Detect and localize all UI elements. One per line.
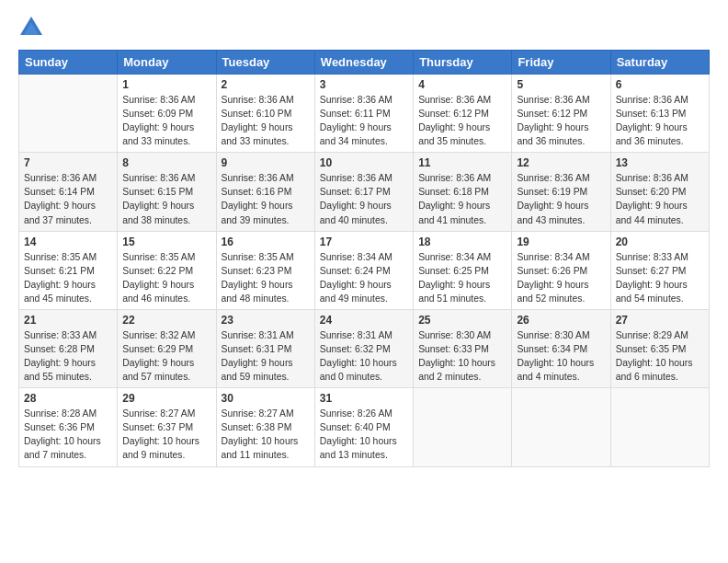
day-info: Sunrise: 8:30 AM Sunset: 6:34 PM Dayligh… [517,328,605,384]
day-number: 9 [222,156,310,169]
day-number: 14 [24,236,112,248]
day-info: Sunrise: 8:27 AM Sunset: 6:37 PM Dayligh… [122,407,210,462]
logo [18,15,48,40]
day-number: 13 [616,156,704,169]
calendar-cell: 4Sunrise: 8:36 AM Sunset: 6:12 PM Daylig… [414,75,512,153]
day-info: Sunrise: 8:36 AM Sunset: 6:20 PM Dayligh… [616,171,704,226]
day-number: 12 [517,156,605,169]
day-number: 30 [222,392,310,405]
weekday-header-tuesday: Tuesday [216,51,314,75]
calendar-cell: 30Sunrise: 8:27 AM Sunset: 6:38 PM Dayli… [216,388,314,466]
day-info: Sunrise: 8:33 AM Sunset: 6:28 PM Dayligh… [24,328,112,384]
day-number: 18 [418,236,506,248]
day-info: Sunrise: 8:36 AM Sunset: 6:12 PM Dayligh… [418,93,506,148]
day-number: 2 [222,78,310,91]
day-info: Sunrise: 8:26 AM Sunset: 6:40 PM Dayligh… [320,407,408,462]
calendar-cell: 29Sunrise: 8:27 AM Sunset: 6:37 PM Dayli… [118,388,216,466]
calendar-cell: 24Sunrise: 8:31 AM Sunset: 6:32 PM Dayli… [314,309,413,387]
day-number: 4 [418,78,506,91]
weekday-header-friday: Friday [512,51,610,75]
day-number: 22 [122,314,210,327]
calendar-cell: 6Sunrise: 8:36 AM Sunset: 6:13 PM Daylig… [610,75,709,153]
day-info: Sunrise: 8:34 AM Sunset: 6:26 PM Dayligh… [517,250,605,305]
page: SundayMondayTuesdayWednesdayThursdayFrid… [0,0,728,477]
day-info: Sunrise: 8:31 AM Sunset: 6:32 PM Dayligh… [320,328,408,384]
day-number: 7 [24,156,112,169]
day-info: Sunrise: 8:36 AM Sunset: 6:10 PM Dayligh… [222,93,310,148]
calendar-cell: 3Sunrise: 8:36 AM Sunset: 6:11 PM Daylig… [314,75,413,153]
day-number: 10 [320,156,408,169]
week-row-4: 28Sunrise: 8:28 AM Sunset: 6:36 PM Dayli… [19,388,710,466]
day-number: 24 [320,314,408,327]
calendar-cell: 26Sunrise: 8:30 AM Sunset: 6:34 PM Dayli… [512,309,610,387]
weekday-header-sunday: Sunday [19,51,118,75]
day-number: 23 [222,314,310,327]
day-info: Sunrise: 8:30 AM Sunset: 6:33 PM Dayligh… [418,328,506,384]
day-info: Sunrise: 8:35 AM Sunset: 6:23 PM Dayligh… [222,250,310,305]
week-row-1: 7Sunrise: 8:36 AM Sunset: 6:14 PM Daylig… [19,153,710,231]
day-number: 16 [222,236,310,248]
day-number: 3 [320,78,408,91]
calendar-cell: 7Sunrise: 8:36 AM Sunset: 6:14 PM Daylig… [19,153,118,231]
calendar-cell: 14Sunrise: 8:35 AM Sunset: 6:21 PM Dayli… [19,231,118,309]
calendar-cell: 20Sunrise: 8:33 AM Sunset: 6:27 PM Dayli… [610,231,709,309]
calendar-cell: 2Sunrise: 8:36 AM Sunset: 6:10 PM Daylig… [216,75,314,153]
day-info: Sunrise: 8:36 AM Sunset: 6:19 PM Dayligh… [517,171,605,226]
calendar-cell: 9Sunrise: 8:36 AM Sunset: 6:16 PM Daylig… [216,153,314,231]
day-number: 17 [320,236,408,248]
day-info: Sunrise: 8:34 AM Sunset: 6:25 PM Dayligh… [418,250,506,305]
calendar-cell: 10Sunrise: 8:36 AM Sunset: 6:17 PM Dayli… [314,153,413,231]
calendar-cell: 21Sunrise: 8:33 AM Sunset: 6:28 PM Dayli… [19,309,118,387]
header [18,15,710,40]
day-info: Sunrise: 8:36 AM Sunset: 6:17 PM Dayligh… [320,171,408,226]
calendar-cell: 1Sunrise: 8:36 AM Sunset: 6:09 PM Daylig… [118,75,216,153]
calendar-table: SundayMondayTuesdayWednesdayThursdayFrid… [18,50,710,467]
day-info: Sunrise: 8:36 AM Sunset: 6:12 PM Dayligh… [517,93,605,148]
calendar-cell: 18Sunrise: 8:34 AM Sunset: 6:25 PM Dayli… [414,231,512,309]
calendar-cell: 23Sunrise: 8:31 AM Sunset: 6:31 PM Dayli… [216,309,314,387]
day-number: 19 [517,236,605,248]
calendar-cell: 16Sunrise: 8:35 AM Sunset: 6:23 PM Dayli… [216,231,314,309]
day-number: 6 [616,78,704,91]
day-info: Sunrise: 8:29 AM Sunset: 6:35 PM Dayligh… [616,328,704,384]
calendar-cell: 28Sunrise: 8:28 AM Sunset: 6:36 PM Dayli… [19,388,118,466]
day-number: 27 [616,314,704,327]
day-number: 1 [122,78,210,91]
calendar-cell: 22Sunrise: 8:32 AM Sunset: 6:29 PM Dayli… [118,309,216,387]
day-info: Sunrise: 8:32 AM Sunset: 6:29 PM Dayligh… [122,328,210,384]
weekday-header-wednesday: Wednesday [314,51,413,75]
weekday-header-row: SundayMondayTuesdayWednesdayThursdayFrid… [19,51,710,75]
calendar-cell: 5Sunrise: 8:36 AM Sunset: 6:12 PM Daylig… [512,75,610,153]
day-info: Sunrise: 8:36 AM Sunset: 6:16 PM Dayligh… [222,171,310,226]
day-info: Sunrise: 8:36 AM Sunset: 6:14 PM Dayligh… [24,171,112,226]
day-number: 11 [418,156,506,169]
day-info: Sunrise: 8:36 AM Sunset: 6:11 PM Dayligh… [320,93,408,148]
calendar-cell [512,388,610,466]
day-number: 26 [517,314,605,327]
day-info: Sunrise: 8:31 AM Sunset: 6:31 PM Dayligh… [222,328,310,384]
calendar-cell [19,75,118,153]
calendar-cell: 31Sunrise: 8:26 AM Sunset: 6:40 PM Dayli… [314,388,413,466]
day-info: Sunrise: 8:36 AM Sunset: 6:15 PM Dayligh… [122,171,210,226]
day-number: 8 [122,156,210,169]
calendar-cell: 8Sunrise: 8:36 AM Sunset: 6:15 PM Daylig… [118,153,216,231]
calendar-cell: 27Sunrise: 8:29 AM Sunset: 6:35 PM Dayli… [610,309,709,387]
day-number: 25 [418,314,506,327]
day-info: Sunrise: 8:34 AM Sunset: 6:24 PM Dayligh… [320,250,408,305]
calendar-cell [610,388,709,466]
calendar-cell: 17Sunrise: 8:34 AM Sunset: 6:24 PM Dayli… [314,231,413,309]
weekday-header-saturday: Saturday [610,51,709,75]
day-number: 5 [517,78,605,91]
day-info: Sunrise: 8:35 AM Sunset: 6:22 PM Dayligh… [122,250,210,305]
weekday-header-monday: Monday [118,51,216,75]
day-number: 21 [24,314,112,327]
day-info: Sunrise: 8:36 AM Sunset: 6:18 PM Dayligh… [418,171,506,226]
day-info: Sunrise: 8:33 AM Sunset: 6:27 PM Dayligh… [616,250,704,305]
day-info: Sunrise: 8:36 AM Sunset: 6:09 PM Dayligh… [122,93,210,148]
day-info: Sunrise: 8:35 AM Sunset: 6:21 PM Dayligh… [24,250,112,305]
week-row-3: 21Sunrise: 8:33 AM Sunset: 6:28 PM Dayli… [19,309,710,387]
day-number: 31 [320,392,408,405]
weekday-header-thursday: Thursday [414,51,512,75]
day-number: 29 [122,392,210,405]
calendar-cell: 25Sunrise: 8:30 AM Sunset: 6:33 PM Dayli… [414,309,512,387]
